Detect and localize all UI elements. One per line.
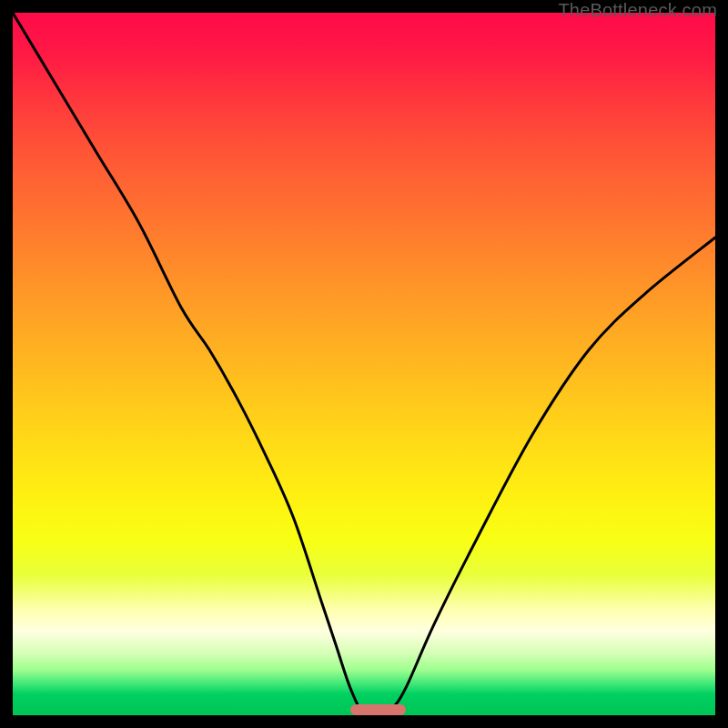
curve-layer [13,13,715,715]
chart-stage: TheBottleneck.com [0,0,728,728]
optimal-range-marker [350,704,407,715]
plot-area [13,13,715,715]
watermark-text: TheBottleneck.com [558,0,717,21]
bottleneck-curve [13,13,715,715]
